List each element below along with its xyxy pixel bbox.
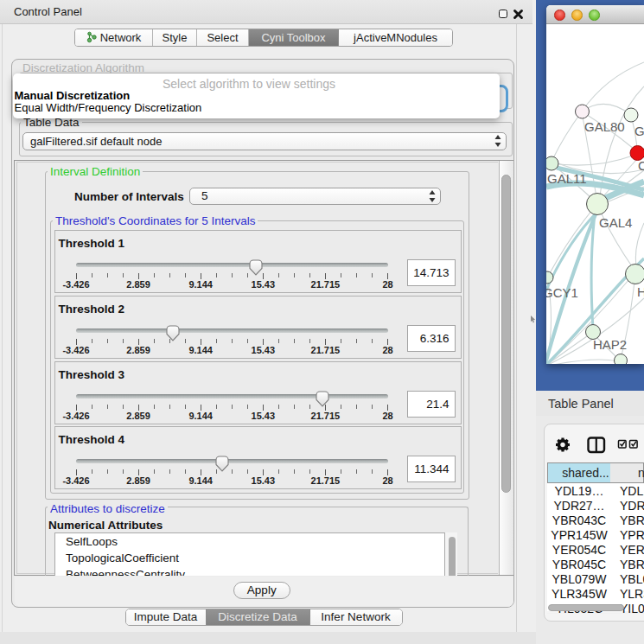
- svg-text:GAL80: GAL80: [584, 119, 625, 134]
- svg-text:GAL4: GAL4: [599, 215, 632, 230]
- svg-text:HAP2: HAP2: [593, 337, 627, 352]
- svg-text:HA: HA: [637, 284, 644, 299]
- svg-text:GCY1: GCY1: [546, 285, 578, 300]
- svg-text:GAL11: GAL11: [547, 171, 587, 186]
- svg-text:GA: GA: [634, 124, 644, 138]
- svg-text:C: C: [638, 158, 644, 173]
